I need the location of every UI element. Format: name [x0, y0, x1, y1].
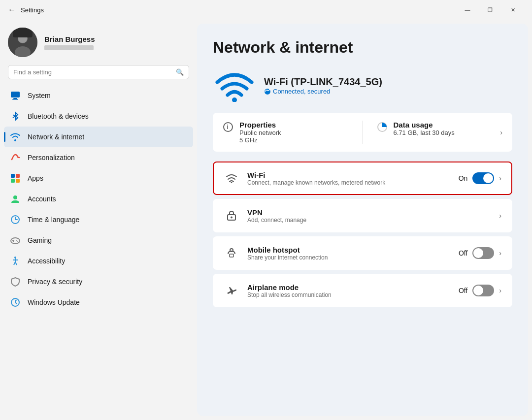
- vpn-row-arrow: ›: [499, 212, 501, 220]
- sidebar: Brian Burgess 🔍 System Blueto: [0, 20, 197, 420]
- svg-point-29: [232, 97, 237, 102]
- page-title: Network & internet: [213, 38, 512, 57]
- wifi-row-subtitle: Connect, manage known networks, metered …: [247, 179, 451, 186]
- vpn-row-icon: [224, 208, 239, 224]
- close-button[interactable]: ✕: [501, 2, 524, 18]
- svg-point-22: [17, 241, 18, 242]
- wifi-name: Wi-Fi (TP-LINK_7434_5G): [264, 76, 382, 88]
- titlebar-title: Settings: [21, 6, 44, 14]
- titlebar-left: ← Settings: [8, 5, 44, 14]
- bluetooth-icon: [10, 111, 21, 122]
- info-cards: i Properties Public network 5 GHz Data u…: [213, 113, 512, 152]
- sidebar-item-personalization[interactable]: Personalization: [4, 147, 193, 168]
- sidebar-item-apps[interactable]: Apps: [4, 168, 193, 189]
- sidebar-label-accounts: Accounts: [28, 195, 56, 203]
- svg-line-27: [15, 262, 17, 265]
- hotspot-toggle[interactable]: [472, 247, 494, 259]
- minimize-button[interactable]: —: [456, 2, 479, 18]
- hotspot-toggle-label: Off: [459, 249, 467, 257]
- hotspot-row-icon: [224, 245, 239, 261]
- properties-card[interactable]: i Properties Public network 5 GHz: [223, 121, 349, 144]
- vpn-row-subtitle: Add, connect, manage: [247, 217, 491, 224]
- network-icon: [10, 131, 21, 142]
- wifi-toggle-label: On: [459, 174, 468, 182]
- vpn-row[interactable]: VPN Add, connect, manage ›: [213, 199, 512, 232]
- search-input[interactable]: [13, 68, 172, 76]
- avatar[interactable]: [8, 28, 37, 57]
- airplane-row-title: Airplane mode: [247, 283, 451, 291]
- content-area: Network & internet Wi-Fi (TP-LINK_7434_5…: [197, 24, 528, 416]
- hotspot-row-title: Mobile hotspot: [247, 246, 451, 254]
- wifi-row-text: Wi-Fi Connect, manage known networks, me…: [247, 171, 451, 186]
- wifi-toggle-thumb: [483, 173, 493, 183]
- data-usage-icon: [377, 122, 388, 135]
- search-box[interactable]: 🔍: [8, 65, 189, 79]
- svg-point-34: [231, 182, 233, 184]
- nav-list: System Bluetooth & devices Network & int…: [4, 85, 193, 313]
- data-usage-text: Data usage 6.71 GB, last 30 days: [394, 121, 455, 136]
- data-usage-value: 6.71 GB, last 30 days: [394, 129, 455, 136]
- wifi-hero-icon: [215, 68, 254, 103]
- user-section: Brian Burgess: [4, 20, 193, 63]
- accounts-icon: [10, 194, 21, 204]
- svg-point-14: [13, 195, 17, 199]
- card-divider: [363, 121, 363, 144]
- sidebar-item-privacy[interactable]: Privacy & security: [4, 271, 193, 292]
- sidebar-label-accessibility: Accessibility: [28, 257, 65, 265]
- wifi-row-icon: [224, 170, 239, 186]
- airplane-toggle[interactable]: [472, 285, 494, 296]
- accessibility-icon: [10, 256, 21, 266]
- wifi-row-title: Wi-Fi: [247, 171, 451, 179]
- svg-rect-5: [11, 92, 20, 97]
- sidebar-item-gaming[interactable]: Gaming: [4, 230, 193, 251]
- airplane-toggle-thumb: [473, 286, 483, 295]
- wifi-status: Connected, secured: [264, 88, 382, 95]
- properties-text: Properties Public network 5 GHz: [239, 121, 281, 144]
- data-usage-card[interactable]: Data usage 6.71 GB, last 30 days ›: [377, 121, 503, 144]
- wifi-row[interactable]: Wi-Fi Connect, manage known networks, me…: [213, 162, 512, 195]
- search-icon: 🔍: [176, 68, 184, 76]
- wifi-toggle[interactable]: [472, 172, 494, 184]
- wifi-row-arrow: ›: [499, 174, 501, 182]
- svg-rect-12: [11, 179, 15, 183]
- hotspot-toggle-thumb: [473, 248, 483, 258]
- sidebar-label-privacy: Privacy & security: [28, 278, 82, 286]
- svg-point-36: [231, 217, 233, 219]
- airplane-row-subtitle: Stop all wireless communication: [247, 291, 451, 298]
- sidebar-label-gaming: Gaming: [28, 236, 52, 244]
- svg-rect-11: [16, 174, 20, 178]
- sidebar-item-network[interactable]: Network & internet: [4, 127, 193, 147]
- sidebar-label-system: System: [28, 92, 51, 99]
- data-usage-label: Data usage: [394, 121, 455, 129]
- sidebar-item-accounts[interactable]: Accounts: [4, 189, 193, 209]
- sidebar-item-bluetooth[interactable]: Bluetooth & devices: [4, 106, 193, 127]
- user-email-blur: [44, 45, 94, 50]
- sidebar-label-update: Windows Update: [28, 298, 80, 306]
- hotspot-row-arrow: ›: [499, 249, 501, 257]
- titlebar-controls: — ❐ ✕: [456, 2, 524, 18]
- svg-rect-13: [16, 179, 20, 183]
- airplane-row-right: Off ›: [459, 285, 501, 296]
- sidebar-item-update[interactable]: Windows Update: [4, 292, 193, 313]
- user-name: Brian Burgess: [44, 35, 95, 43]
- maximize-button[interactable]: ❐: [479, 2, 501, 18]
- titlebar: ← Settings — ❐ ✕: [0, 0, 532, 20]
- sidebar-label-apps: Apps: [28, 174, 43, 182]
- update-icon: [10, 297, 21, 308]
- airplane-row[interactable]: Airplane mode Stop all wireless communic…: [213, 274, 512, 307]
- airplane-row-text: Airplane mode Stop all wireless communic…: [247, 283, 451, 298]
- hotspot-row[interactable]: Mobile hotspot Share your internet conne…: [213, 236, 512, 270]
- wifi-hero: Wi-Fi (TP-LINK_7434_5G) Connected, secur…: [213, 68, 512, 103]
- airplane-toggle-label: Off: [459, 287, 467, 294]
- data-usage-arrow: ›: [500, 129, 502, 136]
- personalization-icon: [10, 152, 21, 163]
- wifi-row-right: On ›: [459, 172, 501, 184]
- user-info: Brian Burgess: [44, 35, 95, 50]
- sidebar-item-system[interactable]: System: [4, 85, 193, 106]
- hotspot-row-subtitle: Share your internet connection: [247, 254, 451, 261]
- vpn-row-title: VPN: [247, 208, 491, 217]
- back-button[interactable]: ←: [8, 5, 16, 14]
- sidebar-item-accessibility[interactable]: Accessibility: [4, 251, 193, 271]
- svg-rect-4: [13, 28, 33, 37]
- sidebar-item-time[interactable]: Time & language: [4, 209, 193, 230]
